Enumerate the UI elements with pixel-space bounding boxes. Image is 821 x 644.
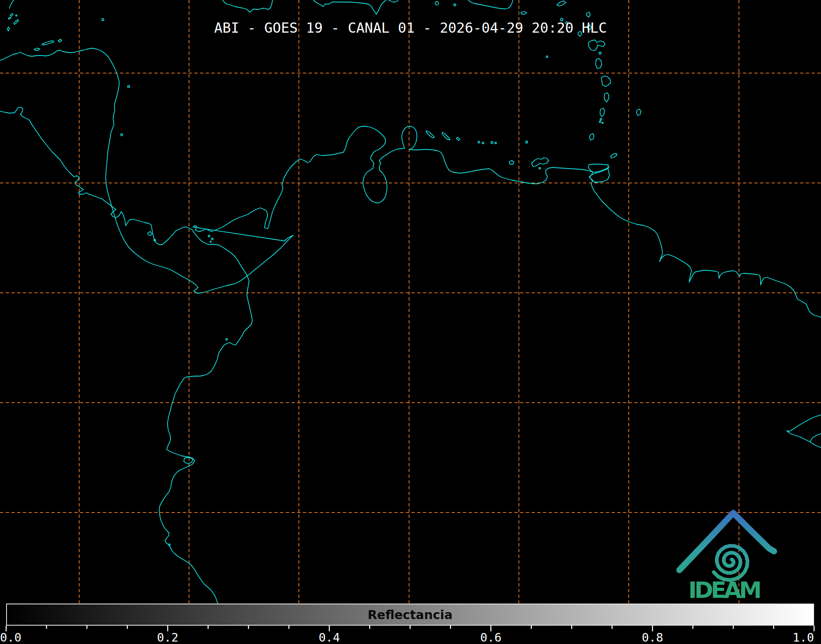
island-barbuda bbox=[587, 12, 590, 17]
coastline-hispaniola-east-tip bbox=[388, 0, 398, 2]
colorbar-tick-label: 0.4 bbox=[318, 631, 340, 644]
islet-saintes-islet bbox=[599, 52, 601, 54]
satellite-map-image: IDEAM bbox=[0, 0, 821, 644]
colorbar-tick-label: 0.2 bbox=[157, 631, 178, 644]
islet-pearl-island-3 bbox=[210, 241, 211, 243]
island-guayaquil-puna-island bbox=[184, 457, 193, 464]
colorbar-tick-label: 1.0 bbox=[793, 631, 814, 644]
island-vieques bbox=[521, 11, 527, 14]
island-tobago bbox=[611, 154, 617, 158]
island-bonaire bbox=[456, 137, 460, 140]
coastline-honduras-cay-arc-1 bbox=[9, 0, 14, 8]
island-st-lucia bbox=[604, 93, 609, 102]
colorbar-tick-labels: 0.00.20.40.60.81.0 bbox=[0, 631, 821, 644]
island-utila-island bbox=[34, 48, 40, 50]
island-curacao bbox=[442, 132, 450, 140]
island-guanaja-island bbox=[58, 39, 62, 42]
island-martinique bbox=[601, 76, 611, 87]
islet-paita-islet bbox=[169, 544, 170, 546]
ideam-logo: IDEAM bbox=[679, 513, 774, 603]
islet-pearl-island-1 bbox=[208, 235, 210, 237]
islet-aves-island bbox=[546, 56, 548, 58]
islet-los-roques-1 bbox=[491, 142, 493, 144]
island-dominica bbox=[596, 58, 602, 69]
island-left-edge-cay-1 bbox=[10, 13, 13, 16]
island-coiba-island bbox=[148, 232, 152, 236]
image-title: ABI - GOES 19 - CANAL 01 - 2026-04-29 20… bbox=[0, 20, 821, 36]
islet-la-orchila bbox=[526, 141, 528, 143]
islet-grenadines-2 bbox=[599, 121, 601, 123]
coastline-puerto-rico-south-coast bbox=[468, 0, 513, 9]
island-st-vincent bbox=[600, 108, 605, 117]
islet-pearl-island-2 bbox=[211, 238, 213, 240]
coastline-roatan-island bbox=[42, 41, 54, 45]
islet-las-aves-2 bbox=[482, 142, 484, 144]
islet-grenadines-3 bbox=[602, 123, 603, 124]
islet-islet-west-of-pr bbox=[435, 2, 438, 5]
island-margarita-island bbox=[532, 158, 549, 167]
islet-san-andres bbox=[121, 134, 123, 136]
islet-tumaco-islet bbox=[226, 339, 227, 340]
island-left-edge-cay-2 bbox=[8, 17, 11, 19]
islet-las-aves-1 bbox=[478, 141, 480, 143]
colorbar: Reflectancia bbox=[6, 604, 814, 626]
islet-los-roques-2 bbox=[495, 142, 496, 144]
islet-grenadines-1 bbox=[600, 118, 602, 120]
island-trinidad bbox=[588, 164, 610, 182]
island-aruba bbox=[426, 131, 434, 138]
islet-mona-island bbox=[454, 4, 456, 6]
island-guadeloupe bbox=[588, 40, 605, 51]
colorbar-tick-label: 0.6 bbox=[480, 631, 501, 644]
coastline-jamaica-south-coast bbox=[222, 0, 273, 12]
islet-providencia bbox=[128, 86, 130, 88]
colorbar-tick-label: 0.8 bbox=[642, 631, 663, 644]
coastline-amazon-coast-fragment-lower bbox=[810, 442, 821, 448]
island-la-tortuga bbox=[509, 160, 514, 164]
logo-text: IDEAM bbox=[688, 577, 763, 603]
island-barbados bbox=[636, 109, 641, 116]
coastline-amazon-coast-fragment bbox=[787, 415, 821, 442]
satellite-product-canvas: IDEAM ABI - GOES 19 - CANAL 01 - 2026-04… bbox=[0, 0, 821, 644]
islet-coche-island bbox=[539, 167, 541, 169]
colorbar-label: Reflectancia bbox=[7, 604, 813, 625]
logo-mountain-icon bbox=[679, 513, 774, 570]
islet-left-edge-dot bbox=[16, 15, 17, 16]
graticule-gridlines bbox=[0, 0, 821, 603]
island-st-croix bbox=[557, 1, 566, 6]
colorbar-tick-label: 0.0 bbox=[0, 631, 21, 644]
coastline-pacific-coast-central-america-to-peru bbox=[0, 107, 252, 603]
logo-hurricane-spiral-icon bbox=[714, 546, 748, 580]
island-grenada bbox=[590, 134, 594, 140]
coastline-hispaniola-south-coast bbox=[314, 0, 386, 14]
